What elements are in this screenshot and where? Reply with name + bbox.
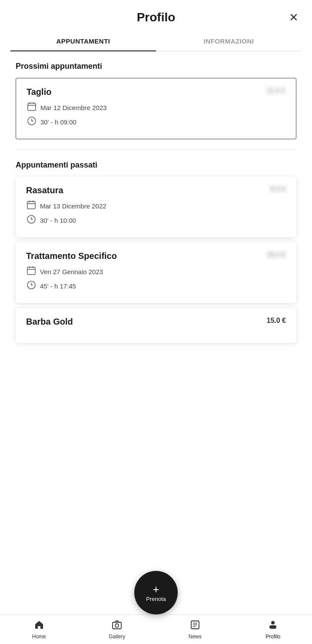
appointment-time-row: 30' - h 10:00 [26, 214, 286, 226]
appointment-date: Mar 12 Dicembre 2023 [40, 104, 107, 111]
camera-icon [112, 620, 122, 632]
appointment-date: Mar 13 Dicembre 2022 [40, 202, 106, 210]
news-icon [190, 620, 200, 632]
clock-icon [27, 116, 37, 128]
card-header-row: Trattamento Specifico 28.0 € [26, 251, 286, 265]
tab-bar: APPUNTAMENTI INFORMAZIONI [10, 31, 302, 51]
appointment-name: Trattamento Specifico [26, 251, 117, 261]
svg-rect-10 [27, 267, 35, 275]
prenota-fab-button[interactable]: + Prenota [134, 571, 178, 614]
bottom-nav: Home Gallery News [0, 614, 312, 644]
appointment-name: Rasatura [26, 185, 63, 195]
card-header-row: Taglio 15.0 € [27, 87, 285, 101]
home-icon [34, 620, 44, 632]
clock-icon [26, 280, 37, 292]
card-header-row: Rasatura 8.0 € [26, 185, 286, 200]
nav-label-gallery: Gallery [109, 634, 125, 640]
past-appointment-card-rasatura[interactable]: Rasatura 8.0 € Mar 13 Dicembre 2022 [16, 177, 296, 237]
past-appointment-card-barba[interactable]: Barba Gold 15.0 € [16, 308, 296, 343]
close-icon: ✕ [289, 11, 299, 24]
upcoming-section-title: Prossimi appuntamenti [16, 62, 296, 71]
appointment-name: Barba Gold [26, 317, 73, 327]
appointment-duration: 30' - h 09:00 [40, 118, 76, 126]
svg-rect-0 [28, 103, 36, 111]
nav-item-news[interactable]: News [156, 615, 234, 644]
appointment-price: 8.0 € [270, 185, 286, 193]
clock-icon [26, 214, 37, 226]
nav-item-gallery[interactable]: Gallery [78, 615, 156, 644]
nav-item-profilo[interactable]: Profilo [234, 615, 312, 644]
fab-label: Prenota [146, 596, 166, 602]
appointment-date-row: Mar 13 Dicembre 2022 [26, 200, 286, 212]
past-section-title: Appuntamenti passati [16, 161, 296, 170]
appointment-date-row: Mar 12 Dicembre 2023 [27, 101, 285, 114]
svg-rect-5 [27, 201, 35, 209]
fab-container: + Prenota [134, 571, 178, 614]
calendar-icon [27, 101, 37, 114]
appointment-price: 15.0 € [267, 317, 286, 325]
appointment-time-row: 45' - h 17:45 [26, 280, 286, 292]
svg-rect-22 [269, 625, 276, 629]
svg-point-16 [115, 624, 119, 627]
calendar-icon [26, 200, 37, 212]
appointment-duration: 30' - h 10:00 [40, 217, 76, 224]
past-appointment-card-trattamento[interactable]: Trattamento Specifico 28.0 € Ven 27 Genn… [16, 242, 296, 303]
page-title: Profilo [137, 10, 176, 24]
tab-informazioni[interactable]: INFORMAZIONI [156, 31, 302, 51]
appointment-price: 15.0 € [266, 87, 285, 95]
nav-label-news: News [189, 634, 202, 640]
calendar-icon [26, 265, 37, 278]
appointment-price: 28.0 € [267, 251, 286, 259]
nav-label-profilo: Profilo [266, 634, 280, 640]
nav-label-home: Home [32, 634, 46, 640]
appointment-duration: 45' - h 17:45 [40, 282, 76, 290]
fab-plus-icon: + [153, 584, 159, 595]
header: Profilo ✕ [0, 0, 312, 31]
tab-appuntamenti[interactable]: APPUNTAMENTI [10, 31, 156, 51]
appointment-name: Taglio [27, 87, 51, 97]
appointment-time-row: 30' - h 09:00 [27, 116, 285, 128]
close-button[interactable]: ✕ [286, 10, 302, 25]
section-divider [16, 150, 296, 150]
nav-item-home[interactable]: Home [0, 615, 78, 644]
upcoming-appointment-card[interactable]: Taglio 15.0 € Mar 12 Dicembre 2023 [16, 78, 296, 139]
card-header-row: Barba Gold 15.0 € [26, 317, 286, 331]
svg-rect-15 [113, 622, 121, 629]
main-content: Prossimi appuntamenti Taglio 15.0 € Mar … [0, 51, 312, 353]
svg-point-21 [271, 621, 275, 624]
person-icon [268, 620, 278, 632]
appointment-date-row: Ven 27 Gennaio 2023 [26, 265, 286, 278]
appointment-date: Ven 27 Gennaio 2023 [40, 268, 103, 275]
